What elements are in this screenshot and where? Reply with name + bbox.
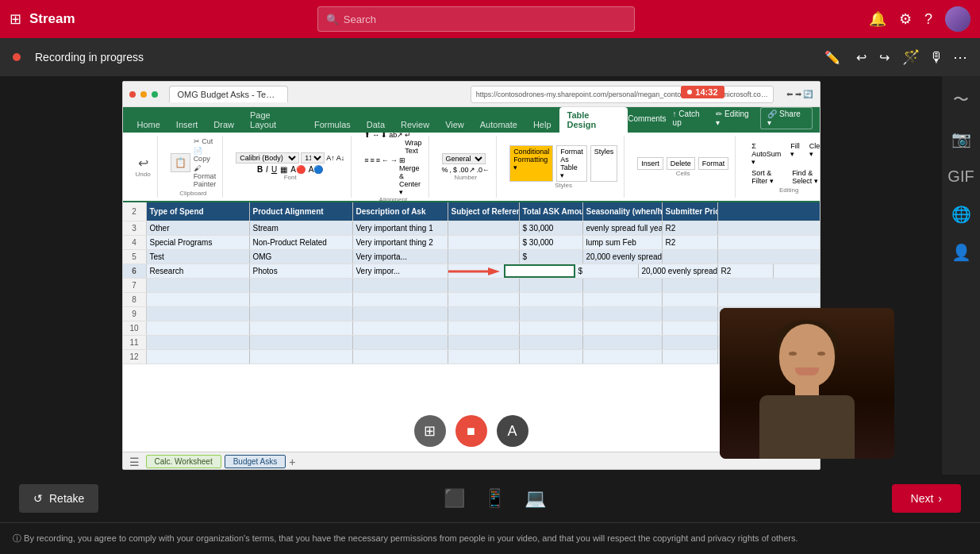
avatar[interactable] xyxy=(945,6,970,32)
cell-7-season[interactable] xyxy=(583,279,663,292)
cell-11-total[interactable] xyxy=(520,336,583,349)
fill-color-btn[interactable]: A🔴 xyxy=(290,165,306,174)
cell-9-season[interactable] xyxy=(583,307,663,321)
cell-5-season[interactable]: 20,000 evenly spread full year xyxy=(583,250,663,264)
autosum-btn[interactable]: Σ AutoSum ▾ xyxy=(748,140,784,167)
bold-btn[interactable]: B xyxy=(257,165,263,174)
share-btn[interactable]: 🔗 Share ▾ xyxy=(760,107,813,129)
dollar-btn[interactable]: $ xyxy=(453,166,457,174)
copy-btn[interactable]: 📄 Copy xyxy=(194,147,217,163)
mic-icon[interactable]: 🎙 xyxy=(929,49,943,66)
paste-btn[interactable]: 📋 xyxy=(171,153,190,172)
merge-btn[interactable]: ⊞ Merge & Center ▾ xyxy=(399,156,422,196)
cell-6-total[interactable]: $ xyxy=(575,264,639,278)
cell-3-type[interactable]: Other xyxy=(147,221,250,235)
ribbon-tab-home[interactable]: Home xyxy=(129,117,168,133)
ribbon-tab-data[interactable]: Data xyxy=(359,117,393,133)
indent-decrease-btn[interactable]: ← xyxy=(382,156,389,196)
cell-10-desc[interactable] xyxy=(353,321,448,335)
cell-11-product[interactable] xyxy=(250,336,353,349)
cell-4-total[interactable]: $ 30,000 xyxy=(520,236,583,249)
cell-9-desc[interactable] xyxy=(353,307,448,321)
orientation-btn[interactable]: ab↗ xyxy=(389,133,403,155)
cell-8-subject[interactable] xyxy=(448,293,520,306)
cell-12-season[interactable] xyxy=(583,350,663,364)
increase-font-btn[interactable]: A↑ xyxy=(326,154,335,162)
cell-7-priority[interactable] xyxy=(663,279,718,292)
cell-11-season[interactable] xyxy=(583,336,663,349)
search-bar[interactable]: 🔍 Search xyxy=(317,6,635,32)
cell-10-type[interactable] xyxy=(147,321,250,335)
cell-5-subject[interactable] xyxy=(448,250,520,264)
person-icon[interactable]: 👤 xyxy=(948,240,974,265)
ribbon-tab-automate[interactable]: Automate xyxy=(472,117,525,133)
fill-btn[interactable]: Fill ▾ xyxy=(787,140,803,167)
cell-12-subject[interactable] xyxy=(448,350,520,364)
hamburger-icon[interactable]: ☰ xyxy=(129,456,140,468)
align-bottom-btn[interactable]: ⬇ xyxy=(381,133,387,155)
delete-cells-btn[interactable]: Delete xyxy=(667,157,695,170)
align-center-btn[interactable]: ≡ xyxy=(370,156,374,196)
cell-11-desc[interactable] xyxy=(353,336,448,349)
cell-9-subject[interactable] xyxy=(448,307,520,321)
cell-9-type[interactable] xyxy=(147,307,250,321)
cell-3-product[interactable]: Stream xyxy=(250,221,353,235)
sort-filter-btn[interactable]: Sort & Filter ▾ xyxy=(748,167,786,187)
ribbon-tab-view[interactable]: View xyxy=(437,117,472,133)
settings-icon[interactable]: ⚙ xyxy=(899,10,912,28)
redo-button[interactable]: ↪ xyxy=(876,47,893,68)
cell-10-total[interactable] xyxy=(520,321,583,335)
font-color-btn[interactable]: A🔵 xyxy=(309,165,324,174)
cell-4-desc[interactable]: Very important thing 2 xyxy=(353,236,448,249)
cell-3-desc[interactable]: Very important thing 1 xyxy=(353,221,448,235)
cell-12-desc[interactable] xyxy=(353,350,448,364)
cell-5-priority[interactable] xyxy=(663,250,718,264)
cell-11-priority[interactable] xyxy=(663,336,718,349)
grid-view-btn[interactable]: ⊞ xyxy=(414,415,446,447)
close-dot[interactable] xyxy=(129,91,136,98)
cell-3-season[interactable]: evenly spread full year xyxy=(583,221,663,235)
ribbon-tab-help[interactable]: Help xyxy=(525,117,559,133)
wand-icon[interactable]: 🪄 xyxy=(902,48,920,66)
find-select-btn[interactable]: Find & Select ▾ xyxy=(789,167,819,187)
cell-5-desc[interactable]: Very importa... xyxy=(353,250,448,264)
border-btn[interactable]: ▦ xyxy=(280,165,287,174)
increase-decimal-btn[interactable]: .00↗ xyxy=(459,166,475,174)
minimize-dot[interactable] xyxy=(140,91,147,98)
cell-3-priority[interactable]: R2 xyxy=(663,221,718,235)
cell-6-desc[interactable]: Very impor... xyxy=(353,264,448,278)
cell-6-season[interactable]: 20,000 evenly spread full year xyxy=(639,264,718,278)
cell-5-type[interactable]: Test xyxy=(147,250,250,264)
cell-8-season[interactable] xyxy=(583,293,663,306)
cell-3-subject[interactable] xyxy=(448,221,520,235)
sheet-tab-budget[interactable]: Budget Asks xyxy=(225,455,286,468)
cell-8-total[interactable] xyxy=(520,293,583,306)
number-format-select[interactable]: General xyxy=(442,153,486,164)
cell-12-type[interactable] xyxy=(147,350,250,364)
gif-icon[interactable]: GIF xyxy=(944,164,977,189)
align-left-btn[interactable]: ≡ xyxy=(364,156,368,196)
decrease-decimal-btn[interactable]: .0← xyxy=(477,166,490,174)
cell-5-total[interactable]: $ xyxy=(520,250,583,264)
erase-icon[interactable]: ✏️ xyxy=(821,47,844,68)
cell-10-product[interactable] xyxy=(250,321,353,335)
add-sheet-btn[interactable]: + xyxy=(289,456,295,468)
browser-tab[interactable]: OMG Budget Asks - Template.xl... xyxy=(169,86,288,102)
grid-icon[interactable]: ⊞ xyxy=(10,10,21,28)
address-bar[interactable]: https://contosodrones-my.sharepoint.com/… xyxy=(471,86,774,103)
cell-4-subject[interactable] xyxy=(448,236,520,249)
percent-btn[interactable]: % xyxy=(442,166,448,174)
comments-btn[interactable]: Comments xyxy=(628,114,666,123)
next-button[interactable]: Next › xyxy=(892,484,961,513)
globe-icon[interactable]: 🌐 xyxy=(948,202,974,227)
cell-12-product[interactable] xyxy=(250,350,353,364)
retake-button[interactable]: ↺ Retake xyxy=(19,484,98,513)
undo-button[interactable]: ↩ xyxy=(853,47,870,68)
maximize-dot[interactable] xyxy=(152,91,158,98)
notification-icon[interactable]: 🔔 xyxy=(869,10,886,28)
more-icon[interactable]: ⋯ xyxy=(953,48,967,66)
format-as-table-btn[interactable]: Format AsTable ▾ xyxy=(556,145,587,182)
conditional-formatting-btn[interactable]: ConditionalFormatting ▾ xyxy=(509,145,553,182)
cell-7-type[interactable] xyxy=(147,279,250,292)
cell-11-subject[interactable] xyxy=(448,336,520,349)
